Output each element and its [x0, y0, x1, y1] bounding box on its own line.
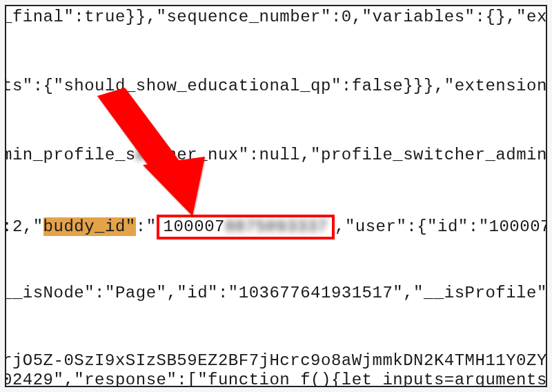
code-line-3: :2,"buddy_id":"1000078875093337,"user":{… — [5, 215, 547, 239]
code-text: :" — [136, 217, 157, 236]
code-text: ,"user":{"id":" — [335, 217, 489, 236]
code-viewport: _final":true}},"sequence_number":0,"vari… — [5, 5, 547, 387]
code-text: :2," — [5, 217, 43, 236]
code-text: __isNode":"Page","id":"103677641931517",… — [5, 284, 547, 302]
code-text: ts":{"should_show_educational_qp":false}… — [5, 77, 547, 95]
svg-marker-0 — [97, 88, 186, 179]
code-text: _final":true}},"sequence_number":0,"vari… — [5, 8, 547, 26]
code-text: her_nux":null,"profile_switcher_admin_ed… — [166, 146, 547, 164]
blurred-text: wit — [136, 146, 167, 164]
code-line-6: 02429","response":["function f(){let inp… — [5, 371, 547, 387]
code-line-1: ts":{"should_show_educational_qp":false}… — [5, 77, 547, 95]
code-line-5: rjO5Z-0SzI9xSIzSB59EZ2BF7jHcrc9o8aWjmmkD… — [5, 351, 547, 370]
code-line-4: __isNode":"Page","id":"103677641931517",… — [5, 284, 547, 302]
code-text: min_profile_s — [5, 146, 136, 164]
code-line-2: min_profile_swither_nux":null,"profile_s… — [5, 146, 547, 164]
code-line-0: _final":true}},"sequence_number":0,"vari… — [5, 8, 547, 26]
highlighted-key-buddy-id: buddy_id" — [43, 217, 136, 236]
user-id-clear: 100007 — [489, 217, 547, 236]
red-box-value: 1000078875093337 — [157, 215, 335, 239]
svg-marker-1 — [143, 157, 205, 216]
code-text: rjO5Z-0SzI9xSIzSB59EZ2BF7jHcrc9o8aWjmmkD… — [5, 351, 547, 370]
boxed-value-blurred: 8875093337 — [225, 219, 328, 235]
code-text: 02429","response":["function f(){let inp… — [5, 371, 547, 387]
boxed-value-clear: 100007 — [164, 217, 225, 236]
